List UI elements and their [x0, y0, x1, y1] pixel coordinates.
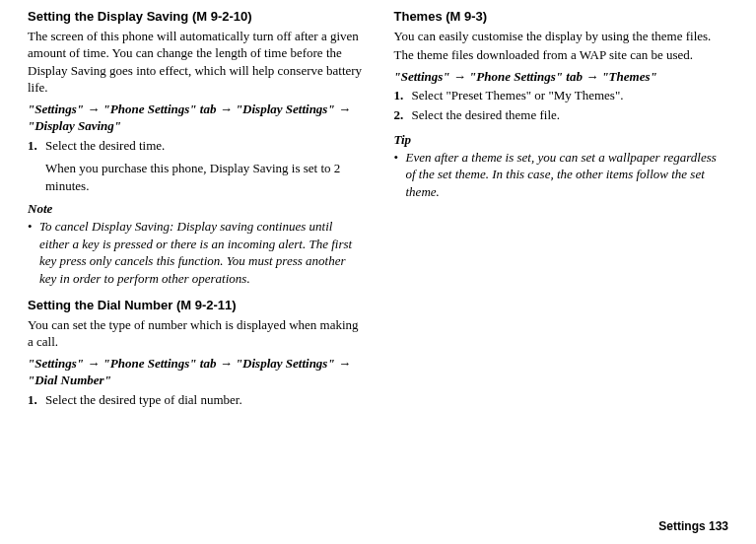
nav-path: "Settings" → "Phone Settings" tab → "Dis… — [28, 355, 363, 389]
step-number: 1. — [28, 391, 45, 409]
menu-code: (M 9-2-11) — [172, 298, 236, 312]
tip-bullet-row: • Even after a theme is set, you can set… — [394, 149, 729, 201]
bullet-marker: • — [28, 218, 39, 287]
step-text: Select the desired theme file. — [412, 106, 729, 124]
nav-path: "Settings" → "Phone Settings" tab → "The… — [394, 68, 729, 86]
body-text: You can set the type of number which is … — [28, 316, 363, 351]
step-followup: When you purchase this phone, Display Sa… — [45, 160, 363, 194]
heading-title: Themes — [394, 9, 443, 24]
right-column: Themes (M 9-3) You can easily customise … — [394, 8, 729, 518]
menu-code: (M 9-2-10) — [188, 9, 251, 24]
step-text: Select the desired type of dial number. — [45, 391, 363, 409]
section-display-saving: Setting the Display Saving (M 9-2-10) Th… — [28, 8, 363, 287]
two-column-layout: Setting the Display Saving (M 9-2-10) Th… — [28, 8, 728, 518]
step-item: 1. Select the desired time. — [28, 137, 363, 155]
body-text: You can easily customise the display by … — [394, 28, 729, 45]
step-text: Select the desired time. — [45, 137, 363, 155]
left-column: Setting the Display Saving (M 9-2-10) Th… — [28, 8, 363, 518]
section-heading: Setting the Display Saving (M 9-2-10) — [28, 8, 363, 26]
menu-code: (M 9-3) — [443, 9, 488, 24]
note-label: Note — [28, 200, 363, 218]
section-heading: Setting the Dial Number (M 9-2-11) — [28, 297, 363, 314]
step-item: 2. Select the desired theme file. — [394, 106, 729, 124]
note-bullet-row: • To cancel Display Saving: Display savi… — [28, 218, 363, 287]
bullet-marker: • — [394, 149, 406, 201]
section-themes: Themes (M 9-3) You can easily customise … — [394, 8, 729, 200]
section-heading: Themes (M 9-3) — [394, 8, 729, 26]
page-footer: Settings 133 — [28, 518, 728, 534]
heading-title: Setting the Dial Number — [28, 298, 172, 312]
nav-path: "Settings" → "Phone Settings" tab → "Dis… — [28, 101, 363, 135]
tip-text: Even after a theme is set, you can set a… — [406, 149, 729, 201]
step-number: 1. — [28, 137, 45, 155]
step-number: 1. — [394, 87, 412, 104]
section-dial-number: Setting the Dial Number (M 9-2-11) You c… — [28, 297, 363, 408]
step-item: 1. Select "Preset Themes" or "My Themes"… — [394, 87, 729, 104]
step-text: Select "Preset Themes" or "My Themes". — [412, 87, 729, 104]
body-text: The theme files downloaded from a WAP si… — [394, 46, 729, 64]
step-item: 1. Select the desired type of dial numbe… — [28, 391, 363, 409]
step-number: 2. — [394, 106, 412, 124]
tip-label: Tip — [394, 131, 729, 149]
heading-title: Setting the Display Saving — [28, 9, 188, 24]
body-text: The screen of this phone will automatica… — [28, 28, 363, 97]
note-text: To cancel Display Saving: Display saving… — [39, 218, 363, 287]
